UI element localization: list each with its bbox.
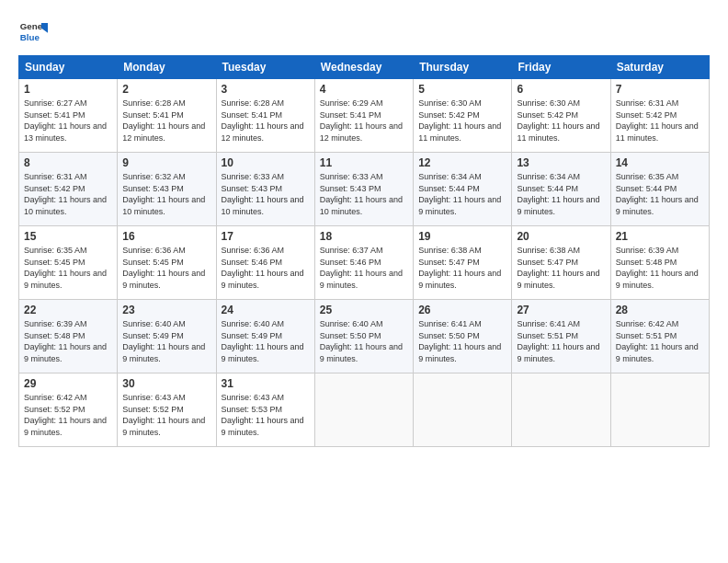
day-info: Sunrise: 6:43 AMSunset: 5:52 PMDaylight:… — [122, 393, 205, 437]
calendar-cell: 2 Sunrise: 6:28 AMSunset: 5:41 PMDayligh… — [118, 79, 216, 153]
day-number: 6 — [517, 83, 605, 96]
day-info: Sunrise: 6:39 AMSunset: 5:48 PMDaylight:… — [616, 246, 699, 290]
calendar-cell — [512, 373, 610, 447]
day-info: Sunrise: 6:36 AMSunset: 5:45 PMDaylight:… — [122, 246, 205, 290]
day-number: 28 — [616, 304, 704, 316]
day-info: Sunrise: 6:38 AMSunset: 5:47 PMDaylight:… — [517, 246, 599, 290]
day-number: 20 — [517, 230, 605, 243]
day-number: 14 — [616, 156, 704, 169]
calendar-cell: 10 Sunrise: 6:33 AMSunset: 5:43 PMDaylig… — [216, 153, 314, 226]
calendar-cell — [414, 373, 512, 447]
calendar-cell: 8 Sunrise: 6:31 AMSunset: 5:42 PMDayligh… — [19, 153, 118, 226]
calendar-cell: 5 Sunrise: 6:30 AMSunset: 5:42 PMDayligh… — [414, 79, 512, 153]
weekday-header-friday: Friday — [512, 56, 610, 79]
calendar-cell: 29 Sunrise: 6:42 AMSunset: 5:52 PMDaylig… — [19, 373, 118, 447]
day-number: 2 — [122, 83, 210, 96]
day-number: 12 — [418, 156, 506, 169]
calendar-cell: 26 Sunrise: 6:41 AMSunset: 5:50 PMDaylig… — [414, 300, 512, 373]
day-info: Sunrise: 6:34 AMSunset: 5:44 PMDaylight:… — [418, 172, 501, 216]
day-info: Sunrise: 6:27 AMSunset: 5:41 PMDaylight:… — [24, 98, 107, 143]
calendar-cell: 3 Sunrise: 6:28 AMSunset: 5:41 PMDayligh… — [216, 79, 314, 153]
calendar-cell: 16 Sunrise: 6:36 AMSunset: 5:45 PMDaylig… — [118, 226, 216, 300]
calendar-cell: 30 Sunrise: 6:43 AMSunset: 5:52 PMDaylig… — [118, 373, 216, 447]
day-info: Sunrise: 6:28 AMSunset: 5:41 PMDaylight:… — [122, 98, 205, 143]
day-number: 1 — [24, 83, 112, 96]
day-info: Sunrise: 6:34 AMSunset: 5:44 PMDaylight:… — [517, 172, 599, 216]
calendar-cell: 1 Sunrise: 6:27 AMSunset: 5:41 PMDayligh… — [19, 79, 118, 153]
day-number: 23 — [122, 304, 210, 316]
day-info: Sunrise: 6:42 AMSunset: 5:52 PMDaylight:… — [24, 393, 107, 437]
day-info: Sunrise: 6:30 AMSunset: 5:42 PMDaylight:… — [517, 98, 599, 143]
day-number: 13 — [517, 156, 605, 169]
page-header: General Blue — [18, 17, 710, 46]
day-number: 9 — [122, 156, 210, 169]
day-number: 5 — [418, 83, 506, 96]
calendar-cell: 19 Sunrise: 6:38 AMSunset: 5:47 PMDaylig… — [414, 226, 512, 300]
day-number: 18 — [320, 230, 408, 243]
day-number: 4 — [320, 83, 408, 96]
day-info: Sunrise: 6:28 AMSunset: 5:41 PMDaylight:… — [222, 98, 304, 143]
day-number: 16 — [122, 230, 210, 243]
day-info: Sunrise: 6:41 AMSunset: 5:50 PMDaylight:… — [418, 319, 501, 363]
day-info: Sunrise: 6:36 AMSunset: 5:46 PMDaylight:… — [222, 246, 304, 290]
day-info: Sunrise: 6:37 AMSunset: 5:46 PMDaylight:… — [320, 246, 403, 290]
day-number: 7 — [616, 83, 704, 96]
day-info: Sunrise: 6:39 AMSunset: 5:48 PMDaylight:… — [24, 319, 107, 363]
day-number: 8 — [24, 156, 112, 169]
day-info: Sunrise: 6:41 AMSunset: 5:51 PMDaylight:… — [517, 319, 599, 363]
day-info: Sunrise: 6:31 AMSunset: 5:42 PMDaylight:… — [616, 98, 699, 143]
calendar-cell: 7 Sunrise: 6:31 AMSunset: 5:42 PMDayligh… — [610, 79, 709, 153]
svg-text:Blue: Blue — [20, 32, 40, 42]
calendar-cell: 14 Sunrise: 6:35 AMSunset: 5:44 PMDaylig… — [610, 153, 709, 226]
logo-icon: General Blue — [18, 17, 48, 46]
day-info: Sunrise: 6:33 AMSunset: 5:43 PMDaylight:… — [222, 172, 304, 216]
calendar-cell: 18 Sunrise: 6:37 AMSunset: 5:46 PMDaylig… — [314, 226, 413, 300]
day-info: Sunrise: 6:43 AMSunset: 5:53 PMDaylight:… — [222, 393, 304, 437]
day-number: 30 — [122, 377, 210, 390]
day-number: 26 — [418, 304, 506, 316]
day-info: Sunrise: 6:40 AMSunset: 5:49 PMDaylight:… — [222, 319, 304, 363]
day-number: 17 — [222, 230, 310, 243]
day-number: 11 — [320, 156, 408, 169]
day-info: Sunrise: 6:29 AMSunset: 5:41 PMDaylight:… — [320, 98, 403, 143]
day-info: Sunrise: 6:40 AMSunset: 5:50 PMDaylight:… — [320, 319, 403, 363]
calendar-cell: 20 Sunrise: 6:38 AMSunset: 5:47 PMDaylig… — [512, 226, 610, 300]
calendar-cell: 15 Sunrise: 6:35 AMSunset: 5:45 PMDaylig… — [19, 226, 118, 300]
calendar-cell: 23 Sunrise: 6:40 AMSunset: 5:49 PMDaylig… — [118, 300, 216, 373]
calendar-cell: 4 Sunrise: 6:29 AMSunset: 5:41 PMDayligh… — [314, 79, 413, 153]
day-number: 25 — [320, 304, 408, 316]
calendar-cell: 12 Sunrise: 6:34 AMSunset: 5:44 PMDaylig… — [414, 153, 512, 226]
calendar-cell: 21 Sunrise: 6:39 AMSunset: 5:48 PMDaylig… — [610, 226, 709, 300]
weekday-header-thursday: Thursday — [414, 56, 512, 79]
day-info: Sunrise: 6:35 AMSunset: 5:45 PMDaylight:… — [24, 246, 107, 290]
day-number: 3 — [222, 83, 310, 96]
day-info: Sunrise: 6:33 AMSunset: 5:43 PMDaylight:… — [320, 172, 403, 216]
calendar-cell: 25 Sunrise: 6:40 AMSunset: 5:50 PMDaylig… — [314, 300, 413, 373]
calendar-cell: 9 Sunrise: 6:32 AMSunset: 5:43 PMDayligh… — [118, 153, 216, 226]
day-info: Sunrise: 6:40 AMSunset: 5:49 PMDaylight:… — [122, 319, 205, 363]
weekday-header-sunday: Sunday — [19, 56, 118, 79]
calendar-cell — [610, 373, 709, 447]
day-info: Sunrise: 6:32 AMSunset: 5:43 PMDaylight:… — [122, 172, 205, 216]
calendar-cell: 24 Sunrise: 6:40 AMSunset: 5:49 PMDaylig… — [216, 300, 314, 373]
day-info: Sunrise: 6:31 AMSunset: 5:42 PMDaylight:… — [24, 172, 107, 216]
calendar-cell: 28 Sunrise: 6:42 AMSunset: 5:51 PMDaylig… — [610, 300, 709, 373]
day-number: 10 — [222, 156, 310, 169]
day-number: 21 — [616, 230, 704, 243]
day-info: Sunrise: 6:42 AMSunset: 5:51 PMDaylight:… — [616, 319, 699, 363]
day-info: Sunrise: 6:38 AMSunset: 5:47 PMDaylight:… — [418, 246, 501, 290]
calendar-table: SundayMondayTuesdayWednesdayThursdayFrid… — [18, 55, 710, 447]
weekday-header-saturday: Saturday — [610, 56, 709, 79]
calendar-cell: 17 Sunrise: 6:36 AMSunset: 5:46 PMDaylig… — [216, 226, 314, 300]
day-number: 19 — [418, 230, 506, 243]
day-number: 31 — [222, 377, 310, 390]
day-info: Sunrise: 6:30 AMSunset: 5:42 PMDaylight:… — [418, 98, 501, 143]
day-number: 22 — [24, 304, 112, 316]
day-number: 27 — [517, 304, 605, 316]
day-number: 15 — [24, 230, 112, 243]
calendar-cell: 11 Sunrise: 6:33 AMSunset: 5:43 PMDaylig… — [314, 153, 413, 226]
calendar-cell — [314, 373, 413, 447]
weekday-header-tuesday: Tuesday — [216, 56, 314, 79]
day-number: 24 — [222, 304, 310, 316]
weekday-header-monday: Monday — [118, 56, 216, 79]
